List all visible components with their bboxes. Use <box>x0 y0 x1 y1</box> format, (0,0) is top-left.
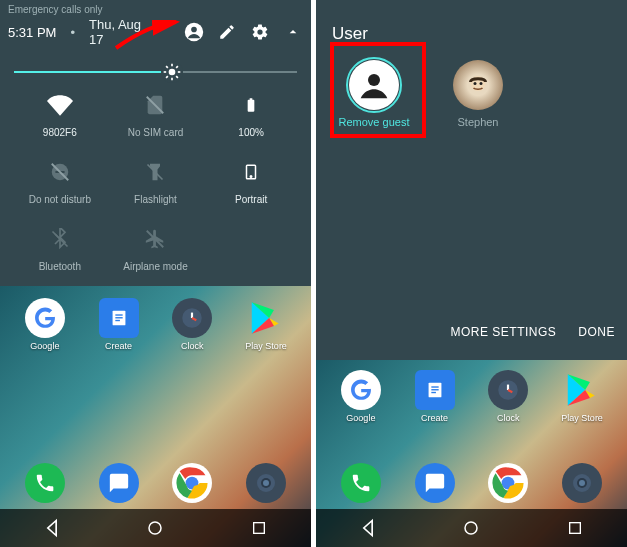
app-google[interactable]: Google <box>338 370 384 423</box>
app-camera[interactable] <box>559 463 605 503</box>
app-row-1: Google Create Clock Play Store <box>316 370 627 423</box>
tile-wifi[interactable]: 9802F6 <box>14 91 106 138</box>
homescreen-wallpaper: Google Create Clock Play Store <box>0 286 311 547</box>
homescreen-wallpaper: Google Create Clock Play Store <box>316 360 627 547</box>
app-clock[interactable]: Clock <box>169 298 215 351</box>
app-chrome[interactable] <box>169 463 215 503</box>
nav-back[interactable] <box>357 517 379 539</box>
date-text: Thu, Aug 17 <box>89 17 156 47</box>
svg-point-38 <box>480 82 483 85</box>
user-guest[interactable]: Remove guest <box>334 60 414 128</box>
svg-line-8 <box>177 76 179 78</box>
svg-rect-40 <box>431 386 438 387</box>
svg-point-32 <box>149 522 161 534</box>
app-camera[interactable] <box>243 463 289 503</box>
app-row-dock <box>0 463 311 503</box>
tile-bluetooth[interactable]: Bluetooth <box>14 225 106 272</box>
tile-label: Flashlight <box>134 194 177 205</box>
app-playstore[interactable]: Play Store <box>243 298 289 351</box>
flashlight-icon <box>141 158 169 186</box>
app-label: Google <box>30 341 59 351</box>
tile-label: Do not disturb <box>29 194 91 205</box>
app-messages[interactable] <box>96 463 142 503</box>
svg-point-35 <box>368 74 380 86</box>
svg-point-17 <box>250 176 252 178</box>
navbar <box>316 509 627 547</box>
user-panel-buttons: MORE SETTINGS DONE <box>450 325 615 339</box>
user-icon[interactable] <box>184 22 204 42</box>
app-create[interactable]: Create <box>96 298 142 351</box>
collapse-icon[interactable] <box>284 22 303 42</box>
tile-label: 100% <box>238 127 264 138</box>
time-text: 5:31 PM <box>8 25 56 40</box>
svg-rect-33 <box>254 523 265 534</box>
svg-line-10 <box>177 66 179 68</box>
quick-settings-panel: 9802F6 No SIM card 100% Do not disturb <box>0 53 311 286</box>
tile-battery[interactable]: 100% <box>205 91 297 138</box>
app-messages[interactable] <box>412 463 458 503</box>
app-label: Google <box>346 413 375 423</box>
nav-home[interactable] <box>460 517 482 539</box>
brightness-thumb[interactable] <box>161 61 183 83</box>
stephen-avatar-icon <box>453 60 503 110</box>
tile-label: 9802F6 <box>43 127 77 138</box>
brightness-slider[interactable] <box>14 71 297 73</box>
svg-point-2 <box>169 69 176 76</box>
user-stephen[interactable]: Stephen <box>438 60 518 128</box>
nav-recent[interactable] <box>248 517 270 539</box>
qs-header: 5:31 PM • Thu, Aug 17 <box>0 17 311 53</box>
tile-dnd[interactable]: Do not disturb <box>14 158 106 205</box>
dnd-icon <box>46 158 74 186</box>
edit-icon[interactable] <box>218 22 237 42</box>
tile-label: Bluetooth <box>39 261 81 272</box>
brightness-fill <box>14 71 172 73</box>
tile-label: Portrait <box>235 194 267 205</box>
nav-back[interactable] <box>41 517 63 539</box>
more-settings-button[interactable]: MORE SETTINGS <box>450 325 556 339</box>
bluetooth-icon <box>46 225 74 253</box>
svg-rect-22 <box>115 317 122 318</box>
app-chrome[interactable] <box>485 463 531 503</box>
app-label: Create <box>105 341 132 351</box>
settings-icon[interactable] <box>251 22 270 42</box>
app-playstore[interactable]: Play Store <box>559 370 605 423</box>
svg-point-37 <box>474 82 477 85</box>
tile-portrait[interactable]: Portrait <box>205 158 297 205</box>
user-panel-title: User <box>316 0 627 54</box>
app-phone[interactable] <box>22 463 68 503</box>
svg-rect-52 <box>570 523 581 534</box>
nav-recent[interactable] <box>564 517 586 539</box>
app-row-1: Google Create Clock Play Store <box>0 298 311 351</box>
app-label: Create <box>421 413 448 423</box>
tile-label: Airplane mode <box>123 261 187 272</box>
nav-home[interactable] <box>144 517 166 539</box>
svg-point-50 <box>579 480 585 486</box>
status-text: Emergency calls only <box>0 0 311 17</box>
tile-sim[interactable]: No SIM card <box>110 91 202 138</box>
app-google[interactable]: Google <box>22 298 68 351</box>
svg-rect-21 <box>115 314 122 315</box>
navbar <box>0 509 311 547</box>
done-button[interactable]: DONE <box>578 325 615 339</box>
portrait-icon <box>237 158 265 186</box>
app-row-dock <box>316 463 627 503</box>
phone-right: User Remove guest Stephen MORE SETTINGS … <box>316 0 627 547</box>
svg-line-7 <box>167 66 169 68</box>
tile-label: No SIM card <box>128 127 184 138</box>
app-clock[interactable]: Clock <box>485 370 531 423</box>
app-phone[interactable] <box>338 463 384 503</box>
svg-rect-23 <box>115 320 120 321</box>
svg-rect-42 <box>431 392 436 393</box>
phone-left: Emergency calls only 5:31 PM • Thu, Aug … <box>0 0 311 547</box>
sim-icon <box>141 91 169 119</box>
tile-airplane[interactable]: Airplane mode <box>110 225 202 272</box>
svg-rect-41 <box>431 389 438 390</box>
app-create[interactable]: Create <box>412 370 458 423</box>
svg-point-51 <box>465 522 477 534</box>
svg-point-1 <box>191 27 197 33</box>
app-label: Play Store <box>561 413 603 423</box>
user-row: Remove guest Stephen <box>316 54 627 134</box>
app-label: Clock <box>181 341 204 351</box>
tile-flashlight[interactable]: Flashlight <box>110 158 202 205</box>
time-separator: • <box>70 25 75 40</box>
